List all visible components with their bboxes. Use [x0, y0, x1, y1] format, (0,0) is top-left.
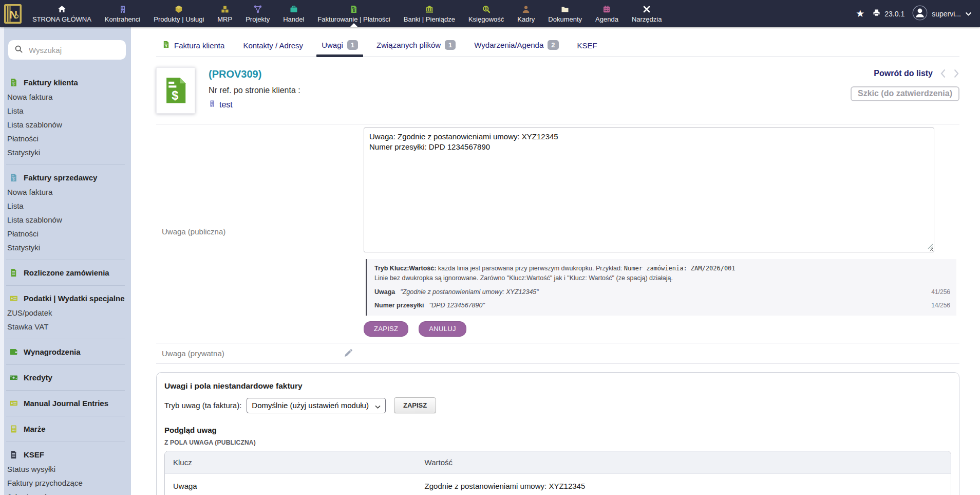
project-network-icon	[254, 5, 262, 13]
tab-bar: $ Faktura klienta Kontakty / Adresy Uwag…	[156, 36, 959, 57]
sidebar-section-loans[interactable]: Kredyty	[0, 370, 131, 385]
nav-item-agenda[interactable]: Agenda	[589, 0, 625, 27]
cancel-note-button[interactable]: ANULUJ	[419, 321, 466, 337]
sidebar-item[interactable]: Nowa faktura	[0, 90, 131, 104]
bank-icon	[425, 5, 434, 13]
user-avatar[interactable]	[912, 5, 928, 22]
chevron-down-icon	[375, 401, 381, 410]
calendar-icon	[602, 5, 611, 13]
document-header: $ (PROV309) Nr ref. po stronie klienta :…	[156, 57, 959, 124]
sidebar-section-salaries[interactable]: Wynagrodzenia	[0, 344, 131, 359]
sidebar-section-customer-invoices[interactable]: $ Faktury klienta	[0, 75, 131, 90]
divider	[6, 164, 125, 165]
sidebar-item[interactable]: Lista szablonów	[0, 118, 131, 132]
sidebar-item[interactable]: Jak używać	[0, 490, 131, 495]
tab-notes[interactable]: Uwagi 1	[315, 36, 364, 57]
sidebar-item[interactable]: Płatności	[0, 227, 131, 241]
invoice-teal-icon: $	[9, 173, 18, 182]
sidebar-section-settled-orders[interactable]: Rozliczone zamówienia	[0, 265, 131, 280]
user-menu[interactable]: supervi...	[912, 5, 972, 22]
tab-invoice[interactable]: $ Faktura klienta	[156, 36, 231, 57]
client-ref-label: Nr ref. po stronie klienta :	[209, 86, 300, 95]
nav-item-projects[interactable]: Projekty	[239, 0, 276, 27]
svg-text:$: $	[172, 89, 178, 102]
edit-pencil-icon[interactable]	[344, 349, 352, 358]
nav-item-banks[interactable]: Banki | Pieniądze	[397, 0, 462, 27]
tab-badge: 1	[347, 40, 358, 50]
divider	[6, 285, 125, 286]
sidebar-item[interactable]: Status wysyłki	[0, 462, 131, 476]
sidebar-section-supplier-invoices[interactable]: $ Faktury sprzedawcy	[0, 170, 131, 185]
user-menu-chevron-icon[interactable]	[965, 10, 972, 18]
public-note-textarea[interactable]: Uwaga: Zgodnie z postanowieniami umowy: …	[364, 127, 934, 252]
app-logo[interactable]: N	[0, 0, 26, 27]
sidebar-item[interactable]: ZUS/podatek	[0, 306, 131, 320]
svg-text:$: $	[485, 7, 487, 11]
sidebar-item[interactable]: Statystyki	[0, 145, 131, 159]
building-icon	[119, 5, 127, 13]
tab-linked-files[interactable]: Związanych plików 1	[370, 36, 462, 57]
divider	[6, 260, 125, 260]
divider	[6, 339, 125, 339]
calculator-icon	[9, 425, 18, 433]
invoice-thumbnail: $	[156, 67, 195, 114]
search-dollar-icon: $	[482, 5, 491, 13]
nav-item-tools[interactable]: Narzędzia	[625, 0, 669, 27]
parsed-key-row: Numer przesyłki "DPD 1234567890" 14/256	[374, 301, 950, 310]
prev-record-chevron-icon[interactable]	[940, 68, 946, 79]
print-icon[interactable]	[872, 9, 881, 19]
nav-item-hr[interactable]: Kadry	[511, 0, 541, 27]
tab-badge: 2	[548, 40, 558, 50]
invoice-document-icon: $	[164, 76, 187, 105]
nav-item-products[interactable]: Produkty | Usługi	[147, 0, 211, 27]
nav-item-home[interactable]: STRONA GŁÓWNA	[26, 0, 98, 27]
nav-item-documents[interactable]: Dokumenty	[541, 0, 589, 27]
tools-icon	[643, 5, 651, 13]
parsed-key-row: Uwaga "Zgodnie z postanowieniami umowy: …	[374, 287, 950, 297]
tab-events-agenda[interactable]: Wydarzenia/Agenda 2	[468, 36, 564, 57]
save-note-button[interactable]: ZAPISZ	[364, 321, 408, 337]
thirdparty-link[interactable]: test	[219, 100, 233, 109]
sidebar-section-margins[interactable]: Marże	[0, 421, 131, 436]
nav-item-accounting[interactable]: $ Księgowość	[462, 0, 511, 27]
char-counter: 14/256	[931, 301, 950, 310]
nav-item-mrp[interactable]: MRP	[211, 0, 239, 27]
svg-text:$: $	[353, 9, 355, 13]
cubes-icon	[221, 5, 229, 13]
sidebar-item[interactable]: Płatności	[0, 132, 131, 145]
sidebar-item[interactable]: Lista	[0, 104, 131, 118]
cube-icon	[175, 5, 183, 13]
note-mode-select[interactable]: Domyślnie (użyj ustawień modułu)	[247, 398, 386, 413]
money-check-icon	[9, 294, 18, 303]
tab-badge: 1	[445, 40, 456, 50]
sidebar-section-ksef[interactable]: KSEF	[0, 447, 131, 462]
sidebar-item[interactable]: Nowa faktura	[0, 185, 131, 199]
nav-item-commerce[interactable]: Handel	[276, 0, 311, 27]
sidebar-item[interactable]: Statystyki	[0, 241, 131, 254]
sidebar-item[interactable]: Stawka VAT	[0, 320, 131, 334]
sidebar-section-taxes[interactable]: Podatki | Wydatki specjalne	[0, 291, 131, 306]
sidebar-search	[8, 40, 126, 60]
sidebar-section-manual-journal[interactable]: Manual Journal Entries	[0, 396, 131, 411]
user-name[interactable]: supervi...	[932, 10, 961, 18]
search-input[interactable]	[28, 45, 131, 55]
sidebar-item[interactable]: Lista	[0, 199, 131, 213]
private-note-row: Uwaga (prywatna)	[156, 343, 959, 364]
bookmarks-star-icon[interactable]: ★	[856, 8, 864, 20]
folder-icon	[561, 5, 569, 13]
user-tie-icon	[522, 5, 530, 13]
table-row: Uwaga Zgodnie z postanowieniami umowy: X…	[165, 474, 951, 495]
save-mode-button[interactable]: ZAPISZ	[394, 397, 436, 413]
back-to-list-link[interactable]: Powrót do listy	[874, 69, 933, 78]
svg-text:$: $	[13, 177, 15, 181]
key-value-hint-box: Tryb Klucz:Wartość: każda linia jest par…	[366, 259, 956, 316]
next-record-chevron-icon[interactable]	[953, 68, 959, 79]
tab-contacts[interactable]: Kontakty / Adresy	[237, 37, 309, 57]
money-check-icon	[9, 399, 18, 408]
nav-item-thirdparties[interactable]: Kontrahenci	[98, 0, 147, 27]
sidebar-item[interactable]: Faktury przychodzące	[0, 476, 131, 490]
top-navbar: N STRONA GŁÓWNA Kontrahenci Produkty | U…	[0, 0, 980, 27]
nav-item-billing[interactable]: $ Fakturowanie | Płatności	[311, 0, 397, 27]
tab-ksef[interactable]: KSEF	[571, 37, 604, 57]
sidebar-item[interactable]: Lista szablonów	[0, 213, 131, 227]
